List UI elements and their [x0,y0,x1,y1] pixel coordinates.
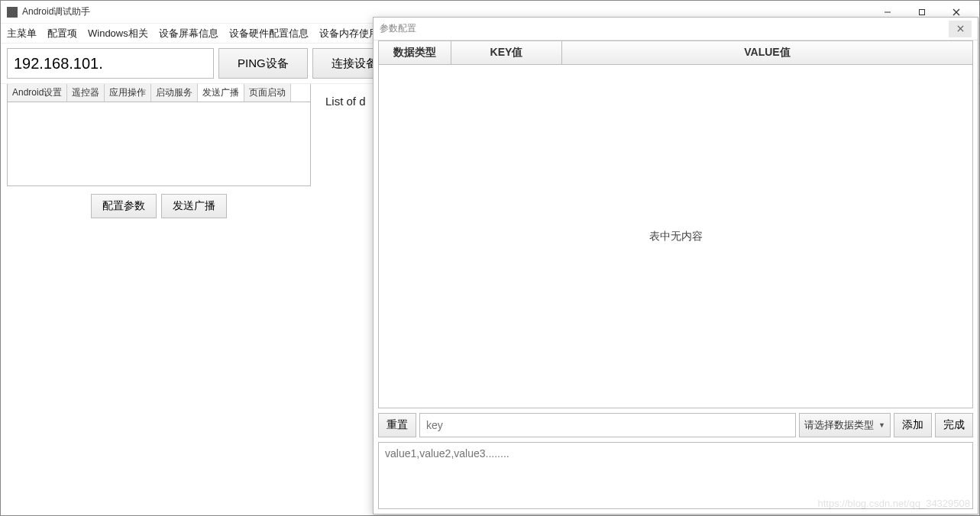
tab-bar: Android设置 遥控器 应用操作 启动服务 发送广播 页面启动 [7,84,311,102]
ping-button[interactable]: PING设备 [218,48,308,79]
table-header-key[interactable]: KEY值 [451,41,562,64]
menu-hardware-info[interactable]: 设备硬件配置信息 [229,27,309,40]
maximize-icon [918,8,926,16]
table-empty-text: 表中无内容 [649,230,703,243]
table-header-type[interactable]: 数据类型 [379,41,451,64]
menu-windows[interactable]: Windows相关 [88,27,148,40]
dialog-title-bar: 参数配置 [374,18,978,40]
type-select-label: 请选择数据类型 [804,418,874,432]
table-header-value[interactable]: VALUE值 [562,41,972,64]
tab-remote[interactable]: 遥控器 [67,84,105,102]
dialog-title: 参数配置 [380,22,416,35]
done-button[interactable]: 完成 [935,413,973,437]
tab-app-ops[interactable]: 应用操作 [105,84,151,102]
send-broadcast-button[interactable]: 发送广播 [161,194,227,218]
add-button[interactable]: 添加 [894,413,932,437]
config-params-button[interactable]: 配置参数 [91,194,157,218]
close-icon [957,25,964,32]
watermark: https://blog.csdn.net/qq_34329508 [818,498,971,509]
tab-android-settings[interactable]: Android设置 [8,84,67,102]
menu-config[interactable]: 配置项 [47,27,77,40]
window-title: Android调试助手 [22,5,90,18]
dialog-bottom-row: 重置 请选择数据类型 ▼ 添加 完成 [378,413,973,437]
tab-start-service[interactable]: 启动服务 [151,84,198,102]
list-of-d-label: List of d [325,95,366,108]
close-icon [953,8,960,16]
key-input[interactable] [419,413,796,437]
type-select[interactable]: 请选择数据类型 ▼ [799,413,891,437]
table-header: 数据类型 KEY值 VALUE值 [378,40,973,64]
svg-rect-1 [919,9,924,15]
tab-page-launch[interactable]: 页面启动 [244,84,291,102]
chevron-down-icon: ▼ [878,421,885,429]
menu-main[interactable]: 主菜单 [7,27,37,40]
tab-send-broadcast[interactable]: 发送广播 [198,84,244,102]
app-icon [7,7,18,18]
params-config-dialog: 参数配置 数据类型 KEY值 VALUE值 表中无内容 重置 请选择数据类型 ▼… [373,17,978,514]
menu-screen-info[interactable]: 设备屏幕信息 [159,27,218,40]
ip-input[interactable] [7,48,214,79]
tab-content-area[interactable] [7,102,311,186]
mid-button-row: 配置参数 发送广播 [1,194,317,218]
dialog-close-button[interactable] [949,21,972,37]
reset-button[interactable]: 重置 [378,413,416,437]
minimize-icon [884,8,891,16]
table-body: 表中无内容 [378,64,973,408]
